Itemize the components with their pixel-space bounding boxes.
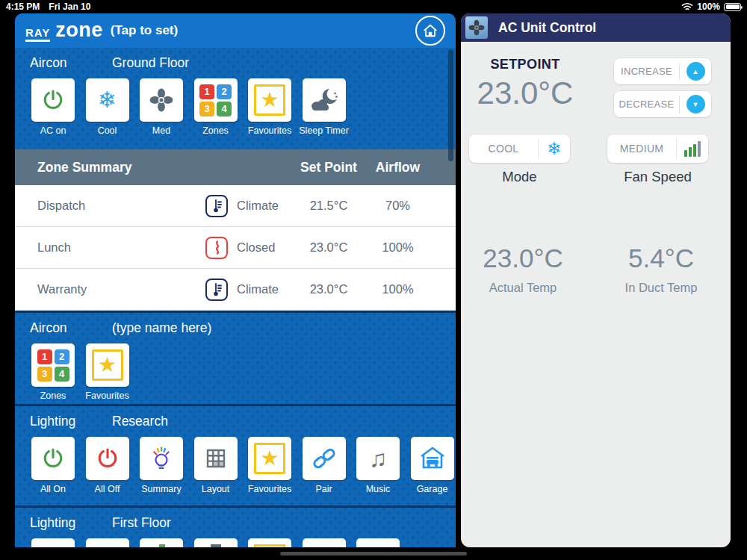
table-row[interactable]: Warranty Climate 23.0°C 100% (15, 269, 456, 311)
snowflake-icon: ❄ (547, 140, 561, 158)
fan-speed-button[interactable]: MEDIUM (607, 134, 708, 163)
power-on-icon (40, 446, 66, 471)
tile-partial[interactable] (194, 538, 238, 547)
duct-temp-label: In Duct Temp (599, 281, 723, 295)
logo-ray: RAY (25, 26, 50, 42)
tile-zones[interactable]: 1 2 3 4 (31, 343, 75, 387)
tile-partial[interactable] (303, 538, 346, 547)
tile-garage[interactable] (411, 437, 454, 480)
chevron-up-icon: ▲ (686, 62, 705, 81)
power-off-icon (95, 446, 120, 471)
actual-temp-reading: 23.0°C Actual Temp (461, 243, 585, 295)
tile-favourites[interactable]: ★ (248, 437, 291, 480)
zone-name-placeholder[interactable]: (type name here) (112, 320, 211, 336)
zone-2: 2 (55, 349, 69, 364)
scrollbar-indicator[interactable] (448, 49, 453, 161)
zone-row-setpoint: 23.0°C (295, 240, 362, 255)
battery-percent: 100% (697, 1, 720, 12)
tile-summary[interactable] (140, 437, 183, 480)
decrease-button[interactable]: DECREASE ▼ (614, 91, 711, 117)
status-bar: 4:15 PM Fri Jan 10 100% (0, 0, 747, 13)
setpoint-value: 23.0°C (461, 75, 589, 111)
snowflake-icon: ❄ (98, 89, 117, 111)
tile-ac-on[interactable] (31, 78, 75, 122)
tile-label: Sleep Timer (299, 125, 349, 136)
section-title: Aircon (30, 320, 112, 336)
tile-favourites[interactable]: ★ (248, 78, 291, 122)
zone-row-setpoint: 23.0°C (295, 282, 362, 296)
tile-music[interactable]: ♫ (356, 437, 400, 480)
increase-button[interactable]: INCREASE ▲ (614, 58, 711, 84)
zone-summary-title: Zone Summary (37, 160, 295, 175)
tile-label: Pair (315, 484, 332, 494)
tile-cool[interactable]: ❄ (86, 78, 129, 122)
table-row[interactable]: Dispatch Climate 21.5°C 70% (15, 185, 456, 227)
chevron-down-icon: ▼ (686, 95, 705, 113)
tile-all-on[interactable] (31, 437, 75, 480)
mode-button[interactable]: COOL ❄ (469, 134, 570, 163)
tile-label: Music (366, 484, 391, 494)
tile-med[interactable] (140, 78, 183, 122)
home-indicator[interactable] (280, 552, 467, 556)
zone-name[interactable]: Research (112, 414, 168, 429)
tile-label: AC on (40, 125, 66, 136)
logo-zone: zone (55, 20, 103, 40)
tile-partial[interactable] (356, 538, 400, 547)
zone-summary-table: Zone Summary Set Point Airflow Dispatch … (15, 149, 456, 311)
zone-1: 1 (199, 84, 214, 99)
fan-speed-label: Fan Speed (607, 169, 708, 185)
ac-control-header: AC Unit Control (461, 13, 731, 42)
sleep-moon-cloud-icon (309, 87, 339, 113)
table-row[interactable]: Lunch Closed 23.0°C 100% (15, 227, 456, 269)
zone-row-airflow: 70% (362, 199, 433, 213)
zone-3: 3 (199, 102, 214, 116)
garage-icon (419, 445, 446, 472)
tile-partial[interactable] (248, 538, 291, 547)
battery-icon (724, 3, 741, 11)
mode-label: Mode (469, 169, 570, 185)
rayzone-logo: RAY zone (25, 20, 103, 42)
signal-bars-icon (684, 141, 701, 157)
tile-zones[interactable]: 1 2 3 4 (194, 78, 238, 122)
ac-control-window: AC Unit Control SETPOINT 23.0°C INCREASE… (461, 13, 731, 547)
section-title: Lighting (30, 515, 112, 531)
tile-partial[interactable] (140, 538, 183, 547)
tile-favourites[interactable]: ★ (86, 343, 129, 387)
setpoint-block: SETPOINT 23.0°C (461, 57, 589, 111)
tile-sleep-timer[interactable] (303, 78, 346, 122)
duct-temp-reading: 5.4°C In Duct Temp (599, 243, 723, 295)
star-icon: ★ (92, 349, 123, 381)
tile-label: Layout (202, 484, 230, 494)
zone-row-airflow: 100% (362, 240, 433, 255)
tile-pair[interactable] (303, 437, 346, 480)
decrease-label: DECREASE (614, 99, 679, 110)
home-icon (422, 23, 438, 38)
zone-name[interactable]: First Floor (112, 515, 171, 531)
setpoint-label: SETPOINT (461, 57, 589, 72)
status-date: Fri Jan 10 (49, 1, 90, 12)
tile-label: Summary (141, 484, 181, 494)
tile-label: Med (152, 125, 170, 136)
tap-to-set-label[interactable]: (Tap to set) (111, 23, 178, 38)
tile-all-off[interactable] (86, 437, 129, 480)
section-aircon-ground: Aircon Ground Floor AC on ❄ Cool Med (15, 48, 456, 149)
zone-1: 1 (37, 349, 52, 364)
zone-row-status: Climate (237, 199, 295, 213)
zone-3: 3 (37, 367, 52, 382)
zone-name[interactable]: Ground Floor (112, 55, 189, 71)
rayzone-app-window: RAY zone (Tap to set) Aircon Ground Floo… (15, 13, 456, 547)
actual-temp-label: Actual Temp (461, 281, 585, 295)
zone-row-setpoint: 21.5°C (295, 199, 362, 213)
zones-grid-icon: 1 2 3 4 (37, 349, 69, 382)
zone-row-name: Dispatch (37, 199, 205, 213)
chain-link-icon (311, 445, 338, 472)
fan-icon (148, 87, 175, 113)
tile-partial[interactable] (31, 538, 75, 547)
tile-layout[interactable] (194, 437, 238, 480)
zone-4: 4 (217, 102, 232, 116)
tile-partial[interactable] (86, 538, 129, 547)
tile-label: Zones (202, 125, 229, 136)
tile-label: Zones (40, 391, 66, 401)
tile-label: Favourites (248, 125, 291, 136)
home-button[interactable] (415, 16, 445, 46)
